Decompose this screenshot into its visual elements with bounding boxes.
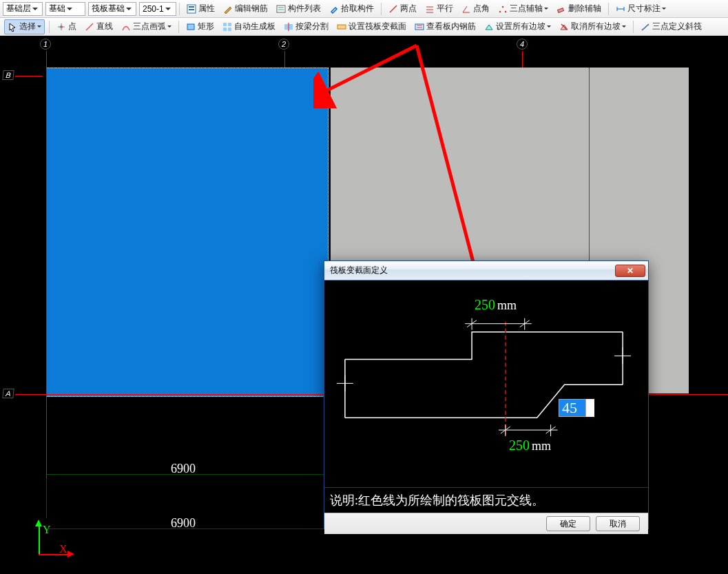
two-point-button[interactable]: 两点 — [386, 1, 419, 17]
properties-icon — [187, 4, 196, 14]
attributes-button[interactable]: 属性 — [184, 1, 218, 17]
svg-point-34 — [647, 23, 649, 25]
svg-line-20 — [86, 23, 93, 30]
angle-input[interactable] — [559, 399, 586, 417]
three-point-slope-button[interactable]: 三点定义斜筏 — [638, 19, 705, 34]
axis-y-label: Y — [43, 524, 51, 536]
point-icon — [56, 22, 66, 32]
cancel-slope-button[interactable]: 取消所有边坡 — [557, 19, 629, 34]
chevron-down-icon — [662, 8, 666, 10]
cancel-slope-icon — [559, 22, 569, 32]
dialog-note: 说明:红色线为所绘制的筏板图元交线。 — [324, 488, 648, 513]
chevron-down-icon — [544, 8, 548, 10]
rect-tool[interactable]: 矩形 — [183, 19, 217, 34]
point-tool[interactable]: 点 — [54, 19, 79, 34]
chevron-down-icon — [126, 8, 132, 10]
svg-point-10 — [499, 10, 501, 12]
layer-dropdown[interactable]: 基础层 — [3, 2, 43, 16]
component-list-button[interactable]: 构件列表 — [273, 1, 324, 17]
split-by-beam-button[interactable]: 按梁分割 — [281, 19, 331, 34]
svg-point-11 — [502, 6, 503, 7]
dimension-icon — [616, 4, 625, 14]
cancel-button[interactable]: 取消 — [596, 516, 640, 531]
category-value: 基础 — [49, 3, 65, 14]
svg-rect-22 — [223, 23, 227, 26]
dialog-bottom-dimension: 250mm — [509, 438, 551, 453]
section-definition-dialog: 筏板变截面定义 ✕ — [324, 260, 649, 529]
pick-component-button[interactable]: 拾取构件 — [326, 1, 377, 17]
grid-icon — [222, 22, 232, 32]
svg-rect-2 — [189, 9, 194, 10]
view-slab-rebar-button[interactable]: 查看板内钢筋 — [412, 19, 479, 34]
chevron-down-icon — [622, 25, 626, 28]
dialog-diagram: 250mm 250mm — [324, 280, 648, 487]
dimension-1: 6900 — [171, 462, 196, 476]
angle-icon — [461, 4, 471, 14]
svg-rect-3 — [277, 6, 285, 12]
two-point-icon — [388, 4, 398, 14]
cursor-icon — [8, 22, 17, 32]
svg-rect-28 — [337, 25, 346, 29]
arc-tool[interactable]: 三点画弧 — [118, 19, 174, 34]
size-dropdown[interactable]: 250-1 — [139, 2, 176, 16]
toolbar-row-2: 选择 点 直线 三点画弧 矩形 自动生成板 按梁分割 设置筏板变截面 查看板内钢… — [0, 18, 728, 36]
view-rebar-icon — [415, 22, 424, 32]
three-point-icon — [498, 4, 508, 14]
point-angle-button[interactable]: 点角 — [459, 1, 492, 17]
layer-value: 基础层 — [6, 3, 31, 14]
dialog-top-dimension: 250mm — [475, 297, 517, 313]
dialog-titlebar[interactable]: 筏板变截面定义 ✕ — [324, 261, 648, 280]
line-tool[interactable]: 直线 — [82, 19, 116, 34]
axis-x-label: X — [59, 543, 67, 555]
chevron-down-icon — [547, 25, 551, 28]
section-icon — [337, 22, 346, 32]
svg-rect-13 — [558, 8, 564, 12]
grid-col-1: 1 — [40, 39, 51, 50]
dim-annotate-button[interactable]: 尺寸标注 — [613, 1, 669, 17]
grid-col-4: 4 — [517, 39, 528, 50]
category-dropdown[interactable]: 基础 — [45, 2, 85, 16]
line-icon — [85, 22, 94, 32]
svg-point-12 — [505, 10, 506, 12]
list-icon — [276, 4, 286, 14]
split-icon — [284, 22, 293, 32]
svg-rect-1 — [189, 6, 194, 8]
toolbar-row-1: 基础层 基础 筏板基础 250-1 属性 编辑钢筋 构件列表 拾取构件 两点 — [0, 0, 728, 18]
dimension-2: 6900 — [171, 516, 196, 531]
eyedropper-icon — [329, 4, 339, 14]
size-value: 250-1 — [143, 4, 164, 14]
chevron-down-icon — [165, 8, 171, 10]
auto-slab-button[interactable]: 自动生成板 — [220, 19, 278, 34]
svg-line-6 — [390, 6, 397, 12]
element-type-value: 筏板基础 — [92, 3, 125, 14]
element-type-dropdown[interactable]: 筏板基础 — [88, 2, 136, 16]
eraser-icon — [557, 4, 566, 14]
svg-rect-29 — [415, 24, 424, 30]
set-section-button[interactable]: 设置筏板变截面 — [334, 19, 409, 34]
parallel-button[interactable]: 平行 — [422, 1, 456, 17]
svg-rect-23 — [228, 23, 231, 26]
edit-rebar-button[interactable]: 编辑钢筋 — [220, 1, 271, 17]
close-button[interactable]: ✕ — [615, 265, 645, 277]
three-point-aux-button[interactable]: 三点辅轴 — [495, 1, 551, 17]
svg-rect-21 — [187, 24, 194, 30]
chevron-down-icon — [67, 8, 72, 10]
grid-col-2: 2 — [278, 39, 289, 50]
svg-point-33 — [642, 28, 643, 30]
close-icon: ✕ — [627, 266, 634, 276]
chevron-down-icon — [167, 25, 171, 28]
slope-icon — [484, 22, 494, 32]
ok-button[interactable]: 确定 — [546, 516, 590, 531]
dialog-title-text: 筏板变截面定义 — [330, 265, 388, 276]
grid-row-a: A — [2, 389, 14, 398]
slab-selected[interactable] — [46, 68, 329, 397]
select-tool[interactable]: 选择 — [4, 19, 45, 34]
set-all-slope-button[interactable]: 设置所有边坡 — [481, 19, 554, 34]
chevron-down-icon — [32, 8, 38, 10]
rect-icon — [186, 22, 196, 32]
grid-row-b: B — [2, 70, 14, 80]
svg-rect-25 — [228, 28, 231, 31]
arc-icon — [121, 22, 131, 32]
delete-aux-button[interactable]: 删除辅轴 — [554, 1, 604, 17]
three-point-slope-icon — [641, 22, 650, 32]
